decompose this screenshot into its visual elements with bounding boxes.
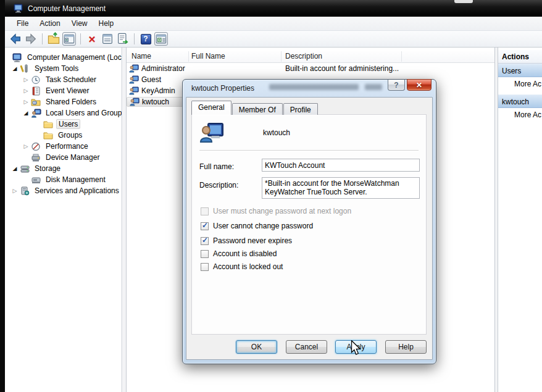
action-more-actions-users[interactable]: More Ac <box>498 77 542 91</box>
checkbox-account-disabled[interactable] <box>201 250 209 258</box>
checkbox-account-locked-out[interactable] <box>201 263 209 271</box>
action-more-actions-kwtouch[interactable]: More Ac <box>498 108 542 122</box>
up-folder-icon[interactable] <box>47 32 60 46</box>
expand-arrow-icon[interactable]: ◢ <box>21 110 31 116</box>
checkbox-label: Password never expires <box>213 236 292 245</box>
tree-item-label: Disk Management <box>44 175 107 184</box>
checkbox-password-never-expires[interactable]: ✓ <box>201 237 209 245</box>
tree-item-storage[interactable]: ◢ Storage <box>5 163 122 174</box>
tab-member-of[interactable]: Member Of <box>232 103 283 115</box>
glass-blur-artifact <box>269 84 359 90</box>
expand-arrow-icon[interactable]: ▷ <box>21 77 31 83</box>
user-name: KeyAdmin <box>141 86 175 95</box>
general-tab-page: kwtouch Full name: Description: *Built-i… <box>191 114 427 335</box>
tree-item-local-users-and-groups[interactable]: ◢ Local Users and Groups <box>5 107 122 119</box>
user-account-icon <box>129 64 139 73</box>
expand-arrow-icon[interactable]: ▷ <box>21 99 31 105</box>
dialog-body: General Member Of Profile kwtouch Full n… <box>186 97 433 360</box>
event-log-icon <box>31 86 41 96</box>
tree-item-computer-management[interactable]: Computer Management (Local <box>5 52 122 63</box>
tab-general[interactable]: General <box>191 101 231 115</box>
column-divider[interactable] <box>401 51 402 62</box>
ok-button[interactable]: OK <box>236 340 277 354</box>
tree-item-performance[interactable]: ▷ Performance <box>5 141 122 152</box>
tree-item-task-scheduler[interactable]: ▷ Task Scheduler <box>5 74 122 85</box>
expand-arrow-icon[interactable]: ◢ <box>10 65 20 72</box>
users-group-icon <box>31 109 41 118</box>
tree-item-label: System Tools <box>33 64 80 73</box>
dialog-help-button[interactable]: ? <box>388 79 405 91</box>
tree-item-label: Event Viewer <box>44 86 91 95</box>
description-field[interactable]: *Built-in account for the MorseWatchman … <box>262 177 420 199</box>
user-name: kwtouch <box>142 98 169 106</box>
show-action-pane-icon[interactable] <box>154 32 168 46</box>
column-header-name[interactable]: Name <box>131 52 151 60</box>
user-description: Built-in account for administering... <box>285 64 399 73</box>
expand-arrow-icon[interactable]: ▷ <box>21 143 31 149</box>
user-account-icon <box>199 122 224 143</box>
checkbox-row-account-locked-out[interactable]: Account is locked out <box>201 262 283 272</box>
full-name-field[interactable] <box>262 159 420 172</box>
computer-management-app-icon <box>14 4 24 13</box>
expand-arrow-icon[interactable]: ◢ <box>10 165 20 172</box>
help-button[interactable]: Help <box>385 340 427 354</box>
dialog-titlebar[interactable]: kwtouch Properties ? ✕ <box>183 80 436 97</box>
menu-help[interactable]: Help <box>93 17 120 30</box>
menu-view[interactable]: View <box>66 17 93 30</box>
window-titlebar[interactable]: Computer Management <box>5 0 542 17</box>
dialog-close-button[interactable]: ✕ <box>407 79 432 91</box>
menu-file[interactable]: File <box>11 17 34 30</box>
tree-item-label: Groups <box>56 131 84 140</box>
checkbox-row-password-never-expires[interactable]: ✓ Password never expires <box>201 236 292 246</box>
tab-profile[interactable]: Profile <box>283 103 318 115</box>
column-header-full-name[interactable]: Full Name <box>191 52 225 60</box>
tree-item-system-tools[interactable]: ◢ System Tools <box>5 63 122 74</box>
tree-item-services-and-applications[interactable]: ▷ Services and Applications <box>5 185 122 196</box>
expand-arrow-icon[interactable]: ▷ <box>21 88 31 94</box>
checkbox-row-must-change-password: User must change password at next logon <box>201 206 351 216</box>
dialog-title: kwtouch Properties <box>191 84 254 93</box>
checkbox-label: Account is locked out <box>213 262 283 271</box>
user-name: Guest <box>141 75 161 84</box>
checkbox-label: Account is disabled <box>213 249 277 258</box>
expand-arrow-icon[interactable]: ▷ <box>10 188 20 194</box>
tree-item-shared-folders[interactable]: ▷ Shared Folders <box>5 96 122 107</box>
menu-bar: File Action View Help <box>5 17 542 31</box>
tree-item-users[interactable]: Users <box>5 119 122 130</box>
properties-icon[interactable] <box>101 32 114 46</box>
export-list-icon[interactable] <box>116 32 130 46</box>
column-header-description[interactable]: Description <box>285 52 322 60</box>
forward-icon[interactable] <box>24 32 38 46</box>
tree-item-label: Storage <box>33 164 62 173</box>
checkbox-must-change-password <box>201 207 209 215</box>
list-row-administrator[interactable]: Administrator Built-in account for admin… <box>127 63 494 74</box>
cancel-button[interactable]: Cancel <box>286 340 327 354</box>
column-divider[interactable] <box>188 51 189 62</box>
help-icon[interactable]: ? <box>139 32 152 46</box>
checkbox-label: User must change password at next logon <box>213 207 351 215</box>
list-header: Name Full Name Description <box>127 50 494 63</box>
delete-icon[interactable]: ✕ <box>85 32 99 46</box>
toolbar: ✕ ? <box>5 31 542 48</box>
computer-icon <box>12 53 23 62</box>
action-group-users[interactable]: Users <box>498 64 542 77</box>
menu-action[interactable]: Action <box>34 17 65 30</box>
glass-blur-artifact <box>365 84 382 90</box>
tree-item-device-manager[interactable]: Device Manager <box>5 152 122 163</box>
toolbar-separator <box>42 33 43 44</box>
user-account-icon <box>129 75 139 84</box>
tree-item-groups[interactable]: Groups <box>5 130 122 141</box>
action-group-kwtouch[interactable]: kwtouch <box>498 94 542 108</box>
show-console-tree-icon[interactable] <box>62 32 76 46</box>
checkbox-cannot-change-password[interactable]: ✓ <box>201 222 209 230</box>
checkbox-row-cannot-change-password[interactable]: ✓ User cannot change password <box>201 221 313 231</box>
checkbox-label: User cannot change password <box>213 222 313 230</box>
toolbar-separator <box>134 33 135 44</box>
tree-item-label: Device Manager <box>44 153 101 162</box>
titlebar-glare <box>454 0 473 3</box>
checkbox-row-account-disabled[interactable]: Account is disabled <box>201 249 277 259</box>
tree-item-disk-management[interactable]: Disk Management <box>5 174 122 185</box>
tree-item-event-viewer[interactable]: ▷ Event Viewer <box>5 85 122 96</box>
back-icon[interactable] <box>9 32 22 46</box>
column-divider[interactable] <box>281 51 281 62</box>
